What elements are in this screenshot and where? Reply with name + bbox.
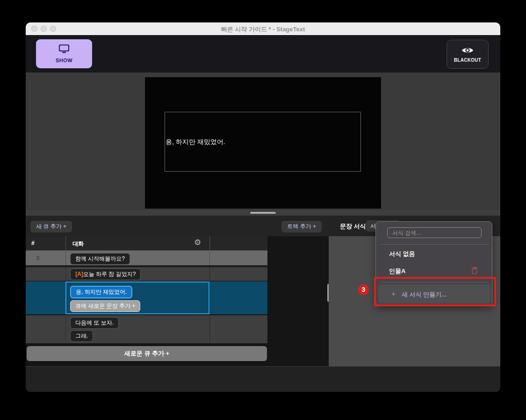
column-divider	[209, 267, 210, 281]
sentence-chip[interactable]: 그래.	[70, 330, 93, 342]
sentence-chip[interactable]: [A]오늘 하루 참 길었지?	[70, 268, 141, 280]
blackout-button[interactable]: BLACKOUT	[447, 40, 489, 69]
tutorial-step-badge: 3	[358, 284, 369, 295]
eye-icon	[461, 46, 474, 56]
window-title: 빠른 시작 가이드 * - StageText	[26, 25, 500, 34]
speaker-tag: [A]	[75, 271, 83, 277]
column-divider	[65, 267, 66, 281]
monitor-icon	[58, 44, 70, 55]
column-divider	[209, 315, 210, 343]
stage-preview: 응, 하지만 재밌었어.	[145, 77, 381, 209]
style-item-character-a[interactable]: 인물A	[376, 265, 492, 277]
top-toolbar: SHOW BLACKOUT	[26, 35, 500, 72]
style-search-input[interactable]	[387, 227, 482, 238]
create-new-style-label: 새 서식 만들기...	[402, 290, 447, 299]
popup-divider	[380, 282, 489, 282]
gear-icon[interactable]: ⚙	[194, 238, 201, 247]
sentence-text: 오늘 하루 참 길었지?	[83, 271, 136, 277]
add-track-button[interactable]: 트랙 추가 +	[281, 221, 322, 232]
style-picker-popup: 서식 없음 인물A + 새 서식 만들기...	[375, 221, 492, 306]
cue-row-3[interactable]: 3 함께 시작해볼까요?	[26, 251, 267, 266]
column-header-dialog: 대화	[72, 240, 84, 248]
sentence-style-label: 문장 서식:	[340, 222, 368, 231]
column-header-number: #	[31, 240, 35, 246]
cue-table-header: # 대화 ⚙	[26, 236, 267, 251]
preview-section: 응, 하지만 재밌었어.	[26, 72, 500, 210]
create-new-style-item[interactable]: + 새 서식 만들기...	[378, 284, 490, 304]
selected-dialog-cell[interactable]: 응, 하지만 재밌었어. 큐에 새로운 문장 추가 +	[65, 282, 209, 314]
footer-strip	[26, 366, 500, 392]
plus-icon: +	[391, 290, 396, 297]
column-divider	[209, 282, 210, 314]
panel-split-strip	[26, 210, 500, 216]
selected-sentence-chip[interactable]: 응, 하지만 재밌었어.	[70, 286, 132, 298]
stage-caption-text: 응, 하지만 재밌었어.	[166, 138, 225, 146]
cue-panel: 새 큐 추가 + 트랙 추가 + # 대화 ⚙ 3 함께 시작해볼까요?	[26, 216, 329, 366]
add-sentence-to-cue-button[interactable]: 큐에 새로운 문장 추가 +	[70, 300, 140, 312]
style-item-none-label: 서식 없음	[389, 250, 415, 258]
cue-row-4[interactable]: [A]오늘 하루 참 길었지?	[26, 267, 267, 282]
column-divider	[209, 236, 210, 250]
show-button[interactable]: SHOW	[36, 39, 92, 68]
trash-icon[interactable]	[471, 267, 478, 274]
sentence-chip[interactable]: 다음에 또 보자.	[70, 317, 119, 329]
cue-number: 3	[36, 254, 39, 261]
style-panel: 문장 서식: 서 서식 없음 인물A +	[329, 216, 500, 366]
titlebar: 빠른 시작 가이드 * - StageText	[26, 22, 500, 35]
new-cue-button[interactable]: 새로운 큐 추가 +	[27, 346, 267, 361]
show-button-label: SHOW	[56, 58, 72, 63]
column-divider	[65, 315, 66, 343]
column-divider	[209, 251, 210, 265]
column-divider	[65, 251, 66, 265]
blackout-button-label: BLACKOUT	[454, 58, 482, 63]
add-cue-button[interactable]: 새 큐 추가 +	[30, 221, 72, 232]
sentence-chip[interactable]: 함께 시작해볼까요?	[70, 253, 130, 265]
style-item-none[interactable]: 서식 없음	[376, 247, 492, 260]
cue-toolbar: 새 큐 추가 + 트랙 추가 +	[26, 216, 329, 236]
column-divider	[65, 236, 66, 250]
split-drag-handle[interactable]	[250, 212, 276, 214]
cue-row-5[interactable]: 다음에 또 보자. 그래.	[26, 315, 267, 343]
style-item-character-a-label: 인물A	[389, 267, 405, 275]
popup-divider	[380, 244, 489, 245]
app-window: 빠른 시작 가이드 * - StageText SHOW BLACKOUT	[26, 22, 500, 392]
cue-row-selected[interactable]: 응, 하지만 재밌었어. 큐에 새로운 문장 추가 +	[26, 282, 267, 314]
